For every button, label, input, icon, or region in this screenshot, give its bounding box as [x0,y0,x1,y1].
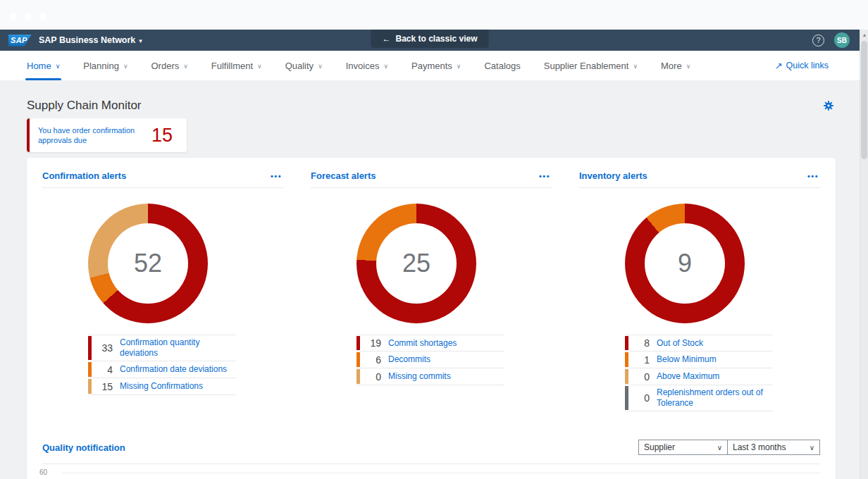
product-switcher[interactable]: SAP Business Network ▾ [39,35,142,45]
nav-item-invoices[interactable]: Invoices∨ [346,51,388,80]
donut-center: 25 [376,223,457,304]
nav-item-label: Invoices [346,61,380,71]
legend-value: 6 [360,354,381,366]
overflow-menu-button[interactable]: ••• [806,172,820,180]
quality-notification-header: Quality notification Supplier∨Last 3 mon… [42,440,820,455]
nav-item-fulfillment[interactable]: Fulfillment∨ [211,51,262,80]
nav-item-catalogs[interactable]: Catalogs [484,51,520,80]
nav-item-label: Orders [151,61,179,71]
nav-item-quality[interactable]: Quality∨ [285,51,323,80]
legend-label-link[interactable]: Missing commits [388,369,454,384]
gridline [62,473,820,473]
window-dot-icon [39,13,46,20]
legend-label-link[interactable]: Confirmation quantity deviations [120,335,236,361]
overflow-menu-button[interactable]: ••• [538,172,552,180]
divider [311,187,552,188]
legend-item-commit-shortages[interactable]: 19Commit shortages [356,335,504,352]
section-title[interactable]: Confirmation alerts [42,170,126,181]
browser-top-strip [0,0,868,30]
y-axis-tick-label: 60 [39,468,47,476]
settings-button[interactable] [823,100,834,111]
donut-center: 9 [645,223,725,304]
alert-legend: 19Commit shortages6Decommits0Missing com… [356,335,504,385]
legend-label-link[interactable]: Below Minimum [657,352,719,367]
back-to-classic-view-button[interactable]: ← Back to classic view [371,30,488,48]
alert-legend: 8Out of Stock1Below Minimum0Above Maximu… [625,335,773,411]
gear-icon [823,100,834,111]
legend-item-below-minimum[interactable]: 1Below Minimum [625,352,773,368]
legend-value: 8 [628,337,650,349]
chevron-down-icon: ∨ [457,63,461,70]
donut-chart-inventory-alerts: 9 [625,204,745,323]
section-header: Confirmation alerts••• [42,170,283,181]
page-title: Supply Chain Monitor [27,99,142,113]
nav-item-label: More [661,61,682,71]
legend-value: 0 [628,371,650,382]
legend-label-link[interactable]: Confirmation date deviations [120,362,230,377]
avatar[interactable]: SB [834,32,850,48]
section-inventory-alerts: Inventory alerts•••98Out of Stock1Below … [579,170,820,411]
donut-total-value: 25 [402,249,430,278]
help-icon[interactable]: ? [812,35,824,46]
scroll-up-arrow-icon[interactable]: ▲ [860,30,868,39]
donut-chart-confirmation-alerts: 52 [88,204,208,323]
quality-notification-title[interactable]: Quality notification [42,442,125,453]
chevron-down-icon: ∨ [318,63,323,70]
arrow-left-icon: ← [382,34,390,44]
nav-item-orders[interactable]: Orders∨ [151,51,187,80]
legend-item-replenishment-orders-out-of-tolerance[interactable]: 0Replenishment orders out of Tolerance [625,385,773,411]
vertical-scrollbar[interactable]: ▲ [860,30,868,479]
filter-select-supplier[interactable]: Supplier∨ [638,440,728,455]
legend-item-confirmation-date-deviations[interactable]: 4Confirmation date deviations [88,361,236,378]
approvals-due-count: 15 [151,125,173,147]
main-navigation: Home∨Planning∨Orders∨Fulfillment∨Quality… [0,51,860,81]
nav-item-label: Home [27,61,51,71]
legend-item-above-maximum[interactable]: 0Above Maximum [625,368,773,385]
shell-actions: ? SB [812,32,850,48]
legend-item-missing-commits[interactable]: 0Missing commits [356,368,504,385]
quick-links-button[interactable]: ↗ Quick links [775,61,829,71]
nav-item-more[interactable]: More∨ [661,51,690,80]
scrollbar-thumb[interactable] [861,41,867,159]
legend-item-missing-confirmations[interactable]: 15Missing Confirmations [88,378,236,395]
title-row: Supply Chain Monitor [0,81,860,113]
overflow-menu-button[interactable]: ••• [269,172,283,180]
legend-value: 33 [92,342,113,354]
legend-label-link[interactable]: Missing Confirmations [120,379,206,394]
filter-select-last-3-months[interactable]: Last 3 months∨ [727,440,820,455]
approvals-due-card[interactable]: You have order confirmation approvals du… [27,118,187,152]
nav-item-home[interactable]: Home∨ [27,51,60,80]
legend-item-decommits[interactable]: 6Decommits [356,352,504,368]
donut-total-value: 9 [678,249,692,278]
legend-value: 0 [628,392,650,404]
shell-header: SAP SAP Business Network ▾ ← Back to cla… [0,30,860,51]
legend-label-link[interactable]: Decommits [388,352,433,367]
nav-item-supplier-enablement[interactable]: Supplier Enablement∨ [544,51,638,80]
sap-logo: SAP [8,35,32,46]
legend-label-link[interactable]: Out of Stock [657,336,706,351]
legend-item-out-of-stock[interactable]: 8Out of Stock [625,335,773,352]
chevron-down-icon: ∨ [810,444,814,452]
legend-label-link[interactable]: Commit shortages [388,336,459,351]
nav-item-planning[interactable]: Planning∨ [83,51,128,80]
section-title[interactable]: Inventory alerts [579,170,647,181]
nav-item-label: Planning [83,61,119,71]
section-header: Inventory alerts••• [579,170,820,181]
approvals-due-text: You have order confirmation approvals du… [38,125,135,146]
nav-item-payments[interactable]: Payments∨ [411,51,461,80]
legend-label-link[interactable]: Replenishment orders out of Tolerance [657,385,773,411]
window-dot-icon [25,13,32,20]
chevron-down-icon: ∨ [56,63,61,70]
chevron-down-icon: ∨ [717,444,722,452]
window-controls [10,13,46,20]
legend-item-confirmation-quantity-deviations[interactable]: 33Confirmation quantity deviations [88,335,236,361]
nav-item-label: Catalogs [484,61,520,71]
product-name-label: SAP Business Network [39,35,135,45]
back-button-label: Back to classic view [395,34,477,44]
quality-filters: Supplier∨Last 3 months∨ [638,440,820,455]
external-arrow-icon: ↗ [775,61,783,71]
legend-label-link[interactable]: Above Maximum [657,369,722,384]
chevron-down-icon: ∨ [257,63,262,70]
donut-chart-forecast-alerts: 25 [356,204,476,323]
section-title[interactable]: Forecast alerts [311,170,376,181]
